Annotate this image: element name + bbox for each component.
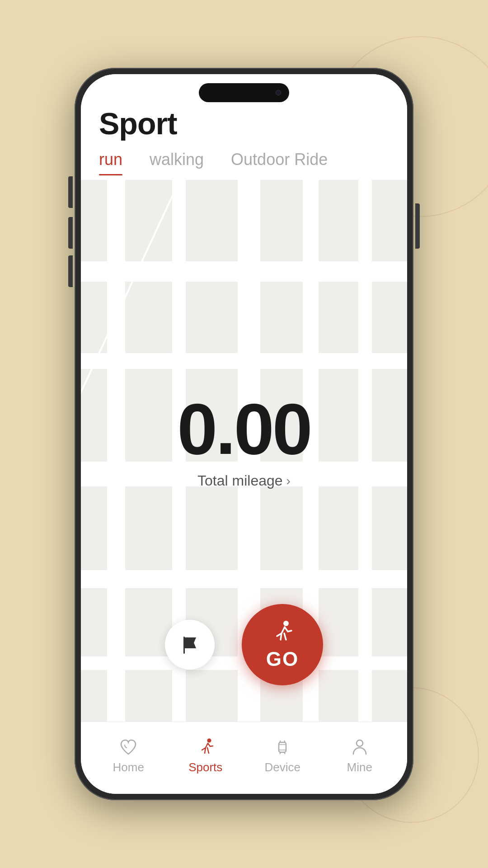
svg-rect-0 [183,637,185,654]
flag-button[interactable] [165,620,215,670]
map-container: 0.00 Total mileage › [81,180,407,722]
mileage-label-text: Total mileage [197,472,283,489]
flag-icon [178,633,202,656]
nav-item-sports[interactable]: Sports [178,737,233,774]
watch-icon [272,737,292,757]
dynamic-island [199,83,289,102]
tab-run[interactable]: run [99,150,122,175]
road-diagonal [81,180,180,671]
action-buttons: GO [81,604,407,685]
nav-item-mine[interactable]: Mine [333,737,387,774]
person-icon [350,737,370,757]
svg-point-10 [357,740,363,746]
mileage-label[interactable]: Total mileage › [177,472,310,489]
heart-icon [118,737,138,757]
sports-run-icon [196,737,216,757]
nav-label-home: Home [113,760,144,774]
mileage-value: 0.00 [177,393,310,465]
svg-point-1 [283,621,289,626]
nav-label-sports: Sports [188,760,222,774]
nav-item-device[interactable]: Device [255,737,310,774]
phone-shell: Sport run walking Outdoor Ride [75,68,413,800]
nav-item-home[interactable]: Home [101,737,155,774]
running-icon [269,619,296,646]
bottom-nav: Home Sports [81,722,407,794]
svg-point-2 [207,739,211,743]
mileage-chevron-icon: › [286,474,291,488]
nav-label-device: Device [265,760,300,774]
phone-screen: Sport run walking Outdoor Ride [81,74,407,794]
tab-walking[interactable]: walking [150,150,204,175]
go-button-label: GO [266,648,299,670]
tab-outdoor-ride[interactable]: Outdoor Ride [231,150,328,175]
go-button[interactable]: GO [242,604,323,685]
tab-bar: run walking Outdoor Ride [81,150,407,180]
camera-dot [276,90,281,95]
page-title: Sport [99,106,389,141]
mileage-overlay: 0.00 Total mileage › [177,393,310,489]
nav-label-mine: Mine [347,760,372,774]
svg-rect-3 [279,742,286,752]
